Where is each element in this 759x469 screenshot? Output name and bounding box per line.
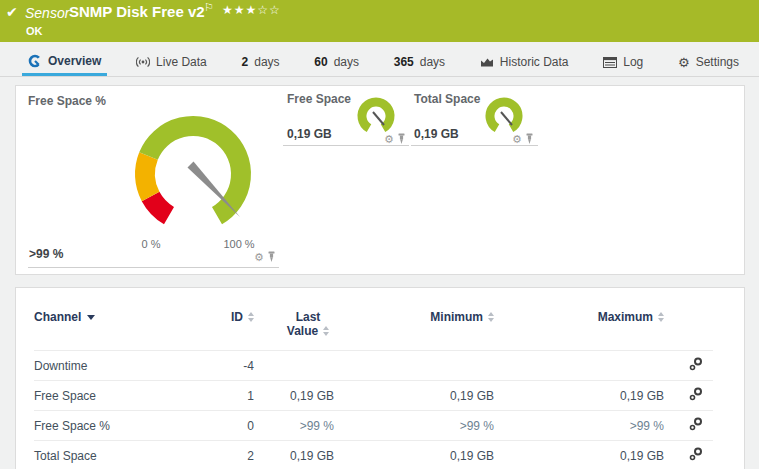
channel-last-value: >99 %: [300, 419, 334, 433]
tab-label: Overview: [48, 54, 101, 68]
tab-historic-data[interactable]: Historic Data: [474, 48, 575, 76]
gauge-title-total-space: Total Space: [414, 92, 480, 106]
stars-filled[interactable]: ★★★: [222, 3, 257, 17]
gauge-icon: [28, 54, 42, 68]
channels-panel: Channel ID Last Value Minimum Maximum Do…: [15, 287, 745, 469]
channel-name: Free Space %: [34, 411, 204, 441]
overview-gauges-panel: Free Space % 0 % 100 % >99 % ⚙ Free Spac…: [15, 85, 745, 275]
channel-id: 0: [204, 411, 254, 441]
tab-label: Historic Data: [500, 55, 569, 69]
channel-name: Free Space: [34, 381, 204, 411]
tab-label: days: [334, 55, 359, 69]
channel-maximum: [494, 351, 664, 381]
gauge-tools: ⚙: [512, 133, 534, 145]
column-header-actions: [664, 302, 713, 351]
pin-icon[interactable]: [397, 133, 406, 145]
gauge-scale-max: 100 %: [219, 238, 259, 250]
status-ok-check-icon: ✔: [6, 4, 18, 20]
chevron-down-icon: [87, 315, 95, 320]
channel-id: 2: [204, 441, 254, 469]
gauge-settings-gear-icon[interactable]: ⚙: [512, 134, 522, 145]
channel-minimum: 0,19 GB: [334, 381, 494, 411]
cell-divider: [28, 267, 279, 268]
table-row: Downtime -4: [34, 351, 713, 381]
cell-divider: [283, 145, 409, 146]
priority-flag-icon[interactable]: ⚐: [204, 1, 214, 14]
table-row: Free Space % 0 >99 % >99 % >99 %: [34, 411, 713, 441]
tab-label: Log: [623, 55, 643, 69]
gauge-scale-min: 0 %: [131, 238, 171, 250]
column-header-maximum[interactable]: Maximum: [494, 302, 664, 351]
tab-settings[interactable]: ⚙ Settings: [672, 48, 745, 76]
status-badge: OK: [26, 25, 43, 37]
tab-2-days[interactable]: 2 days: [236, 48, 286, 76]
gauge-title-free-space: Free Space: [287, 92, 351, 106]
channel-settings-button[interactable]: [689, 447, 713, 464]
channel-gears-icon: [689, 387, 703, 401]
column-header-last-value[interactable]: Last Value: [254, 302, 334, 351]
channel-id: 1: [204, 381, 254, 411]
table-row: Total Space 2 0,19 GB 0,19 GB 0,19 GB: [34, 441, 713, 469]
gauge-settings-gear-icon[interactable]: ⚙: [384, 134, 394, 145]
channel-settings-button[interactable]: [689, 387, 713, 404]
total-space-value: 0,19 GB: [414, 127, 459, 141]
channel-last-value: [254, 351, 334, 381]
sort-icon: [323, 326, 329, 336]
cell-divider: [411, 145, 538, 146]
area-chart-icon: [480, 56, 494, 68]
column-header-minimum[interactable]: Minimum: [334, 302, 494, 351]
pin-icon[interactable]: [525, 133, 534, 145]
channels-table: Channel ID Last Value Minimum Maximum Do…: [34, 302, 713, 469]
channel-gears-icon: [689, 417, 703, 431]
channel-settings-button[interactable]: [689, 417, 713, 434]
prtg-sensor-page: ✔ Sensor SNMP Disk Free v2 ⚐ ★★★☆☆ OK Ov…: [0, 0, 759, 469]
tab-log[interactable]: Log: [597, 48, 649, 76]
tab-label: days: [254, 55, 279, 69]
pin-icon[interactable]: [267, 251, 276, 263]
tab-60-days[interactable]: 60 days: [308, 48, 365, 76]
gauge-tools: ⚙: [254, 251, 276, 263]
log-list-icon: [603, 57, 617, 68]
tab-live-data[interactable]: Live Data: [130, 48, 213, 76]
free-space-pct-gauge: [113, 99, 273, 234]
channel-gears-icon: [689, 447, 703, 461]
channel-name: Downtime: [34, 351, 204, 381]
tab-label: days: [420, 55, 445, 69]
free-space-pct-value: >99 %: [29, 247, 63, 261]
priority-star-rating[interactable]: ★★★☆☆: [222, 3, 281, 17]
gauge-settings-gear-icon[interactable]: ⚙: [254, 252, 264, 263]
channel-maximum: 0,19 GB: [494, 441, 664, 469]
tab-overview[interactable]: Overview: [22, 48, 107, 76]
gauge-tools: ⚙: [384, 133, 406, 145]
tab-label: Settings: [696, 55, 739, 69]
tab-365-days[interactable]: 365 days: [388, 48, 451, 76]
channel-minimum: 0,19 GB: [334, 441, 494, 469]
channel-settings-button[interactable]: [689, 357, 713, 374]
channel-gears-icon: [689, 357, 703, 371]
sensor-type-label: Sensor: [25, 5, 69, 21]
sensor-header: ✔ Sensor SNMP Disk Free v2 ⚐ ★★★☆☆ OK: [0, 0, 759, 42]
sensor-title: SNMP Disk Free v2: [69, 3, 205, 20]
free-space-value: 0,19 GB: [287, 127, 332, 141]
live-signal-icon: [136, 56, 150, 68]
sort-icon: [248, 312, 254, 322]
channel-minimum: >99 %: [460, 419, 494, 433]
table-row: Free Space 1 0,19 GB 0,19 GB 0,19 GB: [34, 381, 713, 411]
channel-minimum: [334, 351, 494, 381]
sort-icon: [658, 312, 664, 322]
gear-icon: ⚙: [678, 56, 690, 69]
channel-id: -4: [204, 351, 254, 381]
channel-last-value: 0,19 GB: [254, 381, 334, 411]
channel-name: Total Space: [34, 441, 204, 469]
channel-last-value: 0,19 GB: [254, 441, 334, 469]
tab-bar: Overview Live Data 2 days 60 days 365 da…: [0, 48, 759, 77]
tab-label: Live Data: [156, 55, 207, 69]
sort-icon: [488, 312, 494, 322]
channel-maximum: 0,19 GB: [494, 381, 664, 411]
column-header-channel[interactable]: Channel: [34, 302, 204, 351]
channel-maximum: >99 %: [630, 419, 664, 433]
stars-empty[interactable]: ☆☆: [257, 3, 281, 17]
column-header-id[interactable]: ID: [204, 302, 254, 351]
gauge-title-free-space-pct: Free Space %: [28, 94, 106, 108]
